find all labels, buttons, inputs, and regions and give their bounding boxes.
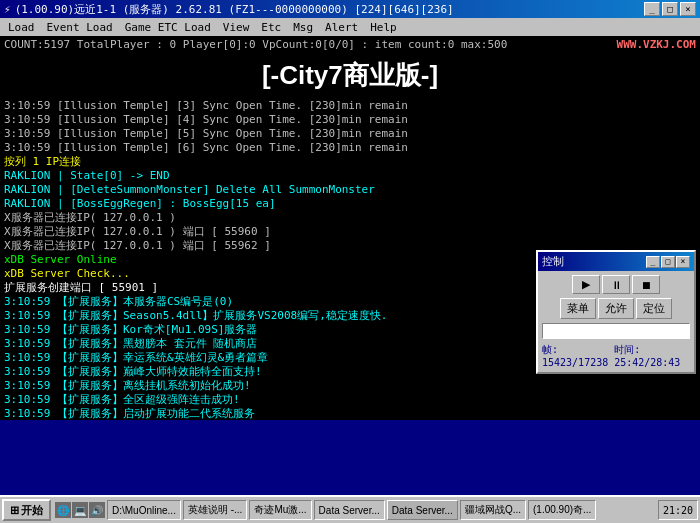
control-input[interactable] <box>542 323 690 339</box>
taskbar-buttons: D:\MuOnline...英雄说明 -...奇迹Mu激...Data Serv… <box>107 500 656 520</box>
status-bar: COUNT:5197 TotalPlayer : 0 Player[0]:0 V… <box>0 36 700 52</box>
control-close[interactable]: × <box>676 256 690 268</box>
tray-icon-2: 🔊 <box>89 502 105 518</box>
taskbar-app-btn-1[interactable]: 英雄说明 -... <box>183 500 247 520</box>
app-icon: ⚡ <box>4 3 11 16</box>
control-time-info: 时间: 25:42/28:43 <box>614 343 690 368</box>
log-line-5: RAKLION | State[0] -> END <box>4 169 696 183</box>
start-label: 开始 <box>21 503 43 518</box>
control-buttons-row2: 菜单 允许 定位 <box>542 298 690 319</box>
control-panel: 控制 _ □ × ▶ ⏸ ⏹ 菜单 允许 定位 帧: 15423/17238 时… <box>536 250 696 374</box>
start-button[interactable]: ⊞ 开始 <box>2 499 51 521</box>
control-title-text: 控制 <box>542 254 564 269</box>
log-line-21: 3:10:59 【扩展服务】全区超级强阵连击成功! <box>4 393 696 407</box>
log-line-2: 3:10:59 [Illusion Temple] [5] Sync Open … <box>4 127 696 141</box>
control-play[interactable]: ▶ <box>572 275 600 294</box>
close-button[interactable]: × <box>680 2 696 16</box>
control-body: ▶ ⏸ ⏹ 菜单 允许 定位 帧: 15423/17238 时间: 25:42/… <box>538 271 694 372</box>
main-content: [-City7商业版-] 3:10:59 [Illusion Temple] [… <box>0 52 700 420</box>
control-panel-title: 控制 _ □ × <box>538 252 694 271</box>
log-line-1: 3:10:59 [Illusion Temple] [4] Sync Open … <box>4 113 696 127</box>
minimize-button[interactable]: _ <box>644 2 660 16</box>
control-locate[interactable]: 定位 <box>636 298 672 319</box>
title-bar-text: (1.00.90)远近1-1 (服务器) 2.62.81 (FZ1---0000… <box>15 2 454 17</box>
maximize-button[interactable]: □ <box>662 2 678 16</box>
log-line-6: RAKLION | [DeleteSummonMonster] Delete A… <box>4 183 696 197</box>
menu-bar: Load Event Load Game ETC Load View Etc M… <box>0 18 700 36</box>
log-line-0: 3:10:59 [Illusion Temple] [3] Sync Open … <box>4 99 696 113</box>
menu-msg[interactable]: Msg <box>287 19 319 36</box>
title-bar-left: ⚡ (1.00.90)远近1-1 (服务器) 2.62.81 (FZ1---00… <box>4 2 454 17</box>
title-bar: ⚡ (1.00.90)远近1-1 (服务器) 2.62.81 (FZ1---00… <box>0 0 700 18</box>
taskbar-app-btn-5[interactable]: 疆域网战Q... <box>460 500 526 520</box>
menu-event-load[interactable]: Event Load <box>41 19 119 36</box>
taskbar-tray-icons: 🌐 💻 🔊 <box>55 502 105 518</box>
menu-load[interactable]: Load <box>2 19 41 36</box>
taskbar-clock: 21:20 <box>658 500 698 520</box>
taskbar-app-btn-3[interactable]: Data Server... <box>314 500 385 520</box>
taskbar: ⊞ 开始 🌐 💻 🔊 D:\MuOnline...英雄说明 -...奇迹Mu激.… <box>0 495 700 523</box>
control-pause[interactable]: ⏸ <box>602 275 630 294</box>
tray-icon-1: 💻 <box>72 502 88 518</box>
log-line-8: X服务器已连接IP( 127.0.0.1 ) <box>4 211 696 225</box>
log-line-4: 按列 1 IP连接 <box>4 155 696 169</box>
watermark-text: WWW.VZKJ.COM <box>617 38 696 51</box>
taskbar-app-btn-4[interactable]: Data Server... <box>387 500 458 520</box>
title-bar-buttons[interactable]: _ □ × <box>644 2 696 16</box>
log-line-20: 3:10:59 【扩展服务】离线挂机系统初始化成功! <box>4 379 696 393</box>
start-icon: ⊞ <box>10 504 19 517</box>
control-info: 帧: 15423/17238 时间: 25:42/28:43 <box>542 343 690 368</box>
log-line-22: 3:10:59 【扩展服务】启动扩展功能二代系统服务 <box>4 407 696 420</box>
control-menu[interactable]: 菜单 <box>560 298 596 319</box>
menu-game-etc[interactable]: Game ETC Load <box>119 19 217 36</box>
taskbar-app-btn-6[interactable]: (1.00.90)奇... <box>528 500 596 520</box>
menu-view[interactable]: View <box>217 19 256 36</box>
server-banner: [-City7商业版-] <box>4 58 696 93</box>
log-line-7: RAKLION | [BossEggRegen] : BossEgg[15 ea… <box>4 197 696 211</box>
control-minimize[interactable]: _ <box>646 256 660 268</box>
control-stop[interactable]: ⏹ <box>632 275 660 294</box>
menu-etc[interactable]: Etc <box>255 19 287 36</box>
tray-icon-0: 🌐 <box>55 502 71 518</box>
log-line-9: X服务器已连接IP( 127.0.0.1 ) 端口 [ 55960 ] <box>4 225 696 239</box>
taskbar-app-btn-0[interactable]: D:\MuOnline... <box>107 500 181 520</box>
control-frame-info: 帧: 15423/17238 <box>542 343 610 368</box>
status-count-text: COUNT:5197 TotalPlayer : 0 Player[0]:0 V… <box>4 38 507 51</box>
menu-help[interactable]: Help <box>364 19 403 36</box>
control-maximize[interactable]: □ <box>661 256 675 268</box>
taskbar-app-btn-2[interactable]: 奇迹Mu激... <box>249 500 311 520</box>
control-buttons-row1: ▶ ⏸ ⏹ <box>542 275 690 294</box>
menu-alert[interactable]: Alert <box>319 19 364 36</box>
log-line-3: 3:10:59 [Illusion Temple] [6] Sync Open … <box>4 141 696 155</box>
control-allow[interactable]: 允许 <box>598 298 634 319</box>
